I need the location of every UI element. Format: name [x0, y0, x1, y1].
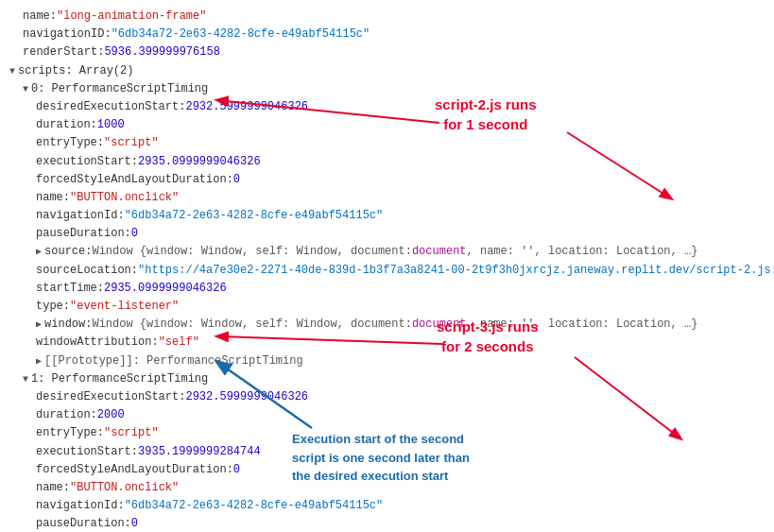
line-pause-1: pauseDuration: 0 [9, 515, 765, 532]
line-script1[interactable]: 1: PerformanceScriptTiming [9, 370, 765, 388]
line-pause-0: pauseDuration: 0 [9, 225, 765, 243]
line-nav-id: navigationID: "6db34a72-2e63-4282-8cfe-e… [9, 26, 765, 43]
line-forced-style-0: forcedStyleAndLayoutDuration: 0 [9, 171, 765, 189]
line-duration-0: duration: 1000 [9, 116, 765, 134]
window0-expand-icon[interactable] [36, 317, 42, 333]
line-entry-type-0: entryType: "script" [9, 134, 765, 152]
line-duration-1: duration: 2000 [9, 406, 765, 424]
line-win-attr-0: windowAttribution: "self" [9, 334, 765, 352]
line-exec-start-1: executionStart: 3935.1999999284744 [9, 443, 765, 461]
line-script0[interactable]: 0: PerformanceScriptTiming [9, 80, 765, 98]
line-scripts[interactable]: scripts: Array(2) [9, 62, 765, 80]
line-window-0[interactable]: window: Window {window: Window, self: Wi… [9, 316, 765, 334]
line-source-0[interactable]: source: Window {window: Window, self: Wi… [9, 243, 765, 261]
script1-expand-icon[interactable] [23, 372, 28, 387]
line-nav-id-1: navigationId: "6db34a72-2e63-4282-8cfe-e… [9, 497, 765, 515]
line-desired-exec-start-1: desiredExecutionStart: 2932.599999904632… [9, 388, 765, 406]
line-desired-exec-start-0: desiredExecutionStart: 2932.599999904632… [9, 98, 765, 116]
line-render-start: renderStart: 5936.399999976158 [9, 43, 765, 61]
line-start-time-0: startTime: 2935.0999999046326 [9, 280, 765, 298]
line-name-0: name: "BUTTON.onclick" [9, 189, 765, 207]
line-type-0: type: "event-listener" [9, 298, 765, 316]
line-proto-0[interactable]: [[Prototype]]: PerformanceScriptTiming [9, 352, 765, 370]
line-name-1: name: "BUTTON.onclick" [9, 479, 765, 497]
line-entry-type-1: entryType: "script" [9, 424, 765, 442]
proto0-expand-icon[interactable] [36, 354, 42, 369]
script0-expand-icon[interactable] [23, 82, 28, 97]
line-name: name: "long-animation-frame" [9, 8, 765, 26]
source0-expand-icon[interactable] [36, 245, 42, 260]
line-exec-start-0: executionStart: 2935.0999999046326 [9, 153, 765, 171]
line-source-loc-0: sourceLocation: "https://4a7e30e2-2271-4… [9, 262, 765, 280]
line-nav-id-0: navigationId: "6db34a72-2e63-4282-8cfe-e… [9, 207, 765, 225]
scripts-expand-icon[interactable] [9, 64, 15, 79]
line-forced-style-1: forcedStyleAndLayoutDuration: 0 [9, 461, 765, 479]
devtools-panel: name: "long-animation-frame" navigationI… [0, 0, 774, 532]
